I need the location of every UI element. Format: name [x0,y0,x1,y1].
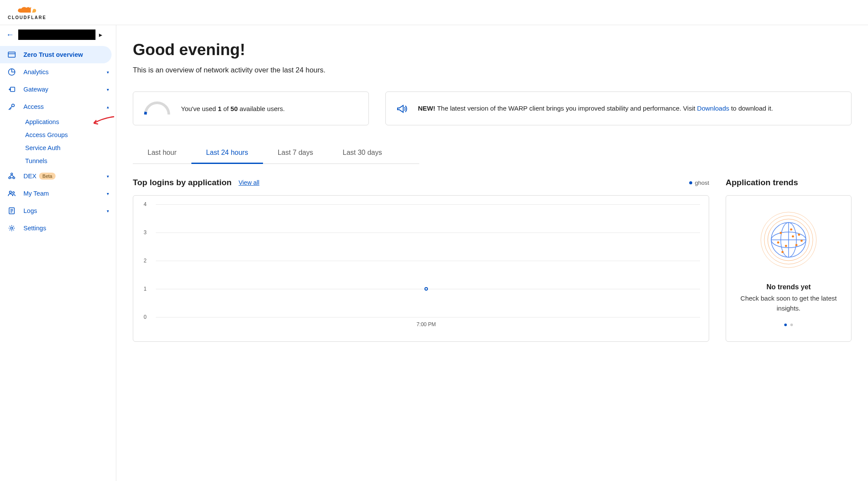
svg-point-26 [777,242,779,244]
news-text: NEW! The latest version of the WARP clie… [418,103,773,113]
svg-point-9 [13,192,14,193]
sidebar-item-label: DEX [23,173,36,180]
svg-point-14 [11,227,13,229]
svg-point-31 [801,240,803,242]
chart-area: 4 3 2 1 0 7:00 PM [152,204,700,317]
access-subitems: Applications Access Groups Service Auth … [0,115,116,167]
cloud-icon [16,5,37,14]
sidebar-item-label: Settings [23,225,46,232]
tab-last-hour[interactable]: Last hour [133,143,191,164]
svg-point-4 [12,104,14,107]
svg-point-25 [798,234,800,236]
y-tick: 1 [144,286,147,292]
sidebar-item-dex[interactable]: DEX Beta ▾ [0,167,116,185]
usage-card: You've used 1 of 50 available users. [133,92,369,125]
trends-title: Application trends [726,178,798,187]
svg-rect-0 [8,52,15,57]
x-tick: 7:00 PM [417,321,436,327]
svg-point-23 [780,232,782,234]
svg-point-5 [11,173,13,175]
sidebar-subitem-access-groups[interactable]: Access Groups [25,128,116,141]
chart-title: Top logins by application [133,178,232,187]
brand-text: CLOUDFLARE [8,15,46,20]
view-all-link[interactable]: View all [239,179,260,186]
sidebar-subitem-service-auth[interactable]: Service Auth [25,141,116,154]
main-content: Good evening! This is an overview of net… [116,25,868,481]
chevron-down-icon: ▾ [107,174,109,179]
pie-icon [8,68,16,76]
legend-dot-icon [689,181,692,184]
svg-point-30 [792,236,794,238]
network-icon [8,172,16,180]
cloudflare-logo[interactable]: CLOUDFLARE [8,5,46,20]
news-card: NEW! The latest version of the WARP clie… [385,92,852,125]
tab-last-7-days[interactable]: Last 7 days [263,143,328,164]
sidebar-item-label: Gateway [23,86,48,93]
page-title: Good evening! [133,41,852,59]
account-name-redacted [18,29,95,40]
trends-section: Application trends [726,178,852,342]
back-arrow-icon[interactable]: ← [6,30,14,39]
svg-point-8 [10,191,12,193]
gauge-icon [144,101,171,115]
sidebar-item-label: Analytics [23,69,49,75]
downloads-link[interactable]: Downloads [697,105,729,112]
sidebar-item-my-team[interactable]: My Team ▾ [0,185,116,202]
gear-icon [8,224,16,232]
carousel-dot[interactable] [790,324,793,326]
chart-data-point[interactable] [424,287,428,291]
subitem-label: Service Auth [25,144,60,151]
svg-rect-3 [10,87,15,92]
chart-legend: ghost [689,180,709,186]
carousel-dot[interactable] [784,324,787,326]
sidebar-item-label: Access [23,103,44,110]
beta-badge: Beta [39,173,56,180]
megaphone-icon [396,103,408,115]
svg-point-27 [785,245,787,247]
gateway-icon [8,85,16,93]
chevron-up-icon: ▴ [107,105,109,109]
sidebar-subitem-tunnels[interactable]: Tunnels [25,154,116,167]
sidebar-item-overview[interactable]: Zero Trust overview [0,46,112,63]
sidebar-item-label: Zero Trust overview [23,51,83,58]
sidebar-item-analytics[interactable]: Analytics ▾ [0,63,116,81]
top-header: CLOUDFLARE [0,0,868,25]
svg-point-29 [782,251,784,253]
page-subtitle: This is an overview of network activity … [133,66,852,74]
sidebar-item-access[interactable]: Access ▴ [0,98,116,115]
y-tick: 0 [144,314,147,320]
carousel-dots [736,324,841,326]
window-icon [8,51,16,59]
chevron-down-icon: ▾ [107,70,109,75]
access-icon [8,103,16,111]
chart-box: 4 3 2 1 0 7:00 PM [133,195,709,342]
sidebar-item-label: My Team [23,190,49,197]
usage-text: You've used 1 of 50 available users. [181,105,285,112]
y-tick: 4 [144,201,147,207]
y-tick: 2 [144,258,147,264]
chevron-down-icon: ▾ [107,209,109,213]
svg-point-28 [796,244,798,246]
tab-last-30-days[interactable]: Last 30 days [328,143,397,164]
account-dropdown-icon[interactable]: ▶ [99,33,102,37]
annotation-arrow-icon [90,115,116,128]
globe-icon [760,211,817,268]
tab-last-24-hours[interactable]: Last 24 hours [191,143,263,164]
subitem-label: Access Groups [25,131,68,138]
subitem-label: Applications [25,118,59,125]
sidebar: ← ▶ Zero Trust overview Analytics ▾ Gate… [0,25,116,481]
team-icon [8,190,16,197]
chevron-down-icon: ▾ [107,191,109,196]
sidebar-subitem-applications[interactable]: Applications [25,115,116,128]
subitem-label: Tunnels [25,157,47,164]
chevron-down-icon: ▾ [107,87,109,92]
sidebar-item-settings[interactable]: Settings [0,219,116,237]
chart-section: Top logins by application View all ghost… [133,178,709,342]
y-tick: 3 [144,229,147,236]
account-selector[interactable]: ← ▶ [0,25,116,46]
svg-point-24 [790,229,792,231]
sidebar-item-gateway[interactable]: Gateway ▾ [0,81,116,98]
sidebar-item-label: Logs [23,207,37,214]
sidebar-item-logs[interactable]: Logs ▾ [0,202,116,219]
trends-card: No trends yet Check back soon to get the… [726,195,852,342]
